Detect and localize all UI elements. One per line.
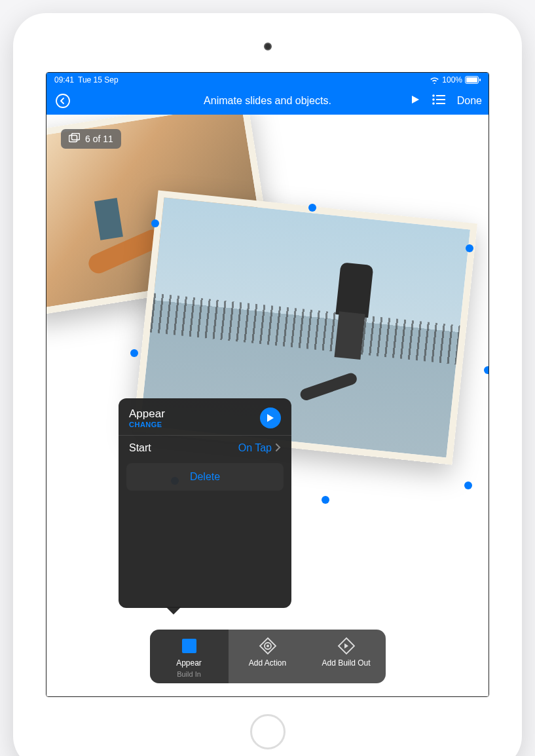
- slide-counter[interactable]: 6 of 11: [61, 129, 121, 149]
- nav-bar: Animate slides and objects. Done: [46, 87, 489, 115]
- camera-dot: [264, 43, 272, 50]
- delete-button[interactable]: Delete: [126, 463, 284, 491]
- svg-rect-5: [436, 95, 445, 96]
- selection-handle[interactable]: [466, 244, 473, 252]
- preview-button[interactable]: [260, 407, 281, 428]
- slides-icon: [69, 133, 80, 145]
- svg-rect-12: [182, 639, 196, 653]
- chevron-right-icon: [276, 442, 281, 454]
- page-title: Animate slides and objects.: [204, 95, 331, 107]
- play-button[interactable]: [410, 94, 420, 107]
- selection-handle[interactable]: [484, 366, 489, 374]
- svg-rect-10: [69, 136, 77, 142]
- add-action-button[interactable]: Add Action: [229, 630, 307, 683]
- back-button[interactable]: [53, 91, 73, 111]
- slide-canvas[interactable]: 6 of 11: [46, 115, 489, 696]
- animation-popup: Appear CHANGE Start On Tap: [119, 398, 291, 608]
- svg-rect-2: [479, 79, 481, 81]
- status-time: 09:41: [54, 75, 74, 85]
- add-action-label: Add Action: [249, 659, 286, 668]
- svg-rect-11: [72, 134, 80, 140]
- animation-bottom-bar: Appear Build In Add Action Add Build Out: [150, 630, 386, 683]
- add-build-out-button[interactable]: Add Build Out: [307, 630, 386, 683]
- animation-title: Appear: [129, 407, 165, 421]
- selection-handle[interactable]: [130, 349, 138, 357]
- build-in-sublabel: Build In: [177, 671, 201, 678]
- photo-figure: [316, 261, 386, 384]
- svg-point-8: [432, 102, 435, 105]
- slide-counter-text: 6 of 11: [85, 134, 113, 144]
- svg-point-14: [267, 645, 269, 647]
- selection-handle[interactable]: [322, 496, 329, 504]
- build-out-icon: [337, 636, 356, 656]
- start-label: Start: [129, 442, 151, 454]
- svg-rect-9: [436, 103, 445, 104]
- battery-percent: 100%: [442, 75, 462, 85]
- selection-handle[interactable]: [308, 204, 316, 212]
- add-build-out-label: Add Build Out: [322, 659, 370, 668]
- svg-point-3: [56, 94, 69, 107]
- wifi-icon: [430, 77, 439, 84]
- home-button[interactable]: [250, 714, 286, 749]
- screen: 09:41 Tue 15 Sep 100% Animate slides and…: [46, 72, 489, 697]
- done-button[interactable]: Done: [457, 95, 482, 107]
- start-value: On Tap: [238, 442, 272, 454]
- list-button[interactable]: [432, 94, 445, 107]
- build-in-label: Appear: [176, 659, 202, 668]
- selection-handle[interactable]: [464, 482, 472, 489]
- action-icon: [258, 636, 278, 656]
- selection-handle[interactable]: [151, 219, 159, 227]
- ipad-device-frame: 09:41 Tue 15 Sep 100% Animate slides and…: [13, 13, 522, 756]
- photo-fence: [150, 293, 460, 365]
- appear-icon: [179, 636, 199, 656]
- build-in-button[interactable]: Appear Build In: [150, 630, 229, 683]
- svg-point-4: [432, 94, 435, 97]
- svg-point-6: [432, 98, 435, 101]
- svg-rect-7: [436, 99, 445, 100]
- battery-icon: [465, 76, 481, 84]
- start-row[interactable]: Start On Tap: [119, 435, 291, 461]
- svg-rect-1: [466, 77, 477, 83]
- status-date: Tue 15 Sep: [78, 75, 119, 85]
- change-animation-button[interactable]: CHANGE: [129, 421, 165, 428]
- status-bar: 09:41 Tue 15 Sep 100%: [46, 73, 489, 87]
